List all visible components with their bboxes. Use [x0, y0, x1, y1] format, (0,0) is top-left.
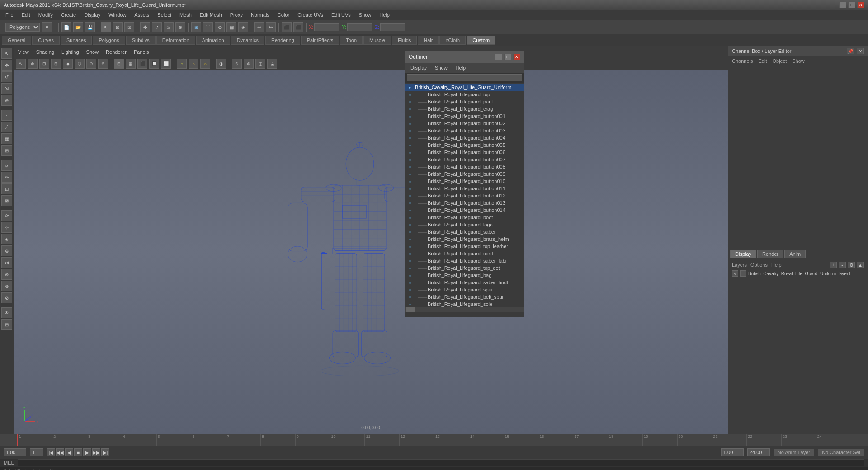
component-uvs-left[interactable]: ⊞ — [1, 145, 12, 156]
tab-animation[interactable]: Animation — [196, 36, 230, 45]
menu-show[interactable]: Show — [355, 11, 375, 19]
outliner-item-8[interactable]: ◈——British_Royal_Lifeguard_button005 — [405, 141, 524, 149]
skip-forward-button[interactable]: ▶| — [101, 448, 109, 456]
tool-left-7[interactable]: ⋈ — [1, 257, 12, 268]
outliner-item-6[interactable]: ◈——British_Royal_Lifeguard_button003 — [405, 127, 524, 134]
vp-xray-icon[interactable]: ◫ — [255, 59, 265, 69]
vp-solid-icon[interactable]: ⬛ — [137, 59, 147, 69]
anim-tab[interactable]: Anim — [784, 250, 806, 258]
menu-modify[interactable]: Modify — [35, 11, 57, 19]
tool-left-6[interactable]: ⊛ — [1, 245, 12, 256]
layer-options-label[interactable]: Options — [750, 262, 768, 268]
play-forward-button[interactable]: ▶ — [83, 448, 91, 456]
outliner-item-27[interactable]: ◈——British_Royal_Lifeguard_saber_hndl — [405, 279, 524, 286]
outliner-item-0[interactable]: ▸British_Cavalry_Royal_Life_Guard_Unifor… — [405, 84, 524, 91]
vp-icon-2[interactable]: ⊕ — [28, 59, 38, 69]
menu-edit[interactable]: Edit — [18, 11, 34, 19]
layer-new-icon[interactable]: + — [830, 262, 837, 268]
outliner-item-21[interactable]: ◈——British_Royal_Lifeguard_brass_helm — [405, 235, 524, 243]
menu-display[interactable]: Display — [80, 11, 104, 19]
component-edge-left[interactable]: ⁄ — [1, 122, 12, 132]
snap-surface-icon[interactable]: ▦ — [226, 22, 236, 32]
menu-color[interactable]: Color — [274, 11, 293, 19]
vp-isolate-icon[interactable]: ⊚ — [244, 59, 254, 69]
viewport-menu-show[interactable]: Show — [84, 48, 102, 56]
tab-hair[interactable]: Hair — [418, 36, 439, 45]
outliner-item-20[interactable]: ◈——British_Royal_Lifeguard_saber — [405, 228, 524, 235]
tool-left-5[interactable]: ◈ — [1, 234, 12, 244]
lasso-tool-icon[interactable]: ⊠ — [113, 22, 123, 32]
outliner-horizontal-scrollbar[interactable] — [405, 307, 524, 312]
vp-wireframe-icon[interactable]: ▦ — [126, 59, 136, 69]
vp-icon-4[interactable]: ⊞ — [51, 59, 61, 69]
tool5-left[interactable]: ⊕ — [1, 95, 12, 106]
vp-texture-icon[interactable]: 🔲 — [149, 59, 159, 69]
tab-general[interactable]: General — [2, 36, 31, 45]
scale-tool-left[interactable]: ⇲ — [1, 83, 12, 94]
show-hide-left[interactable]: 👁 — [1, 307, 12, 318]
outliner-item-13[interactable]: ◈——British_Royal_Lifeguard_button010 — [405, 178, 524, 185]
snap-curve-icon[interactable]: ⌒ — [203, 22, 213, 32]
snap-grid-icon[interactable]: ⊞ — [191, 22, 201, 32]
rotate-tool-icon[interactable]: ↺ — [152, 22, 162, 32]
outliner-item-9[interactable]: ◈——British_Royal_Lifeguard_button006 — [405, 149, 524, 156]
universal-manip-icon[interactable]: ⊕ — [175, 22, 185, 32]
layer-type[interactable] — [740, 270, 746, 277]
outliner-item-24[interactable]: ◈——British_Royal_Lifeguard_saber_fabr — [405, 257, 524, 264]
tool-left-1[interactable]: ⊡ — [1, 183, 12, 194]
layer-settings-icon[interactable]: ⚙ — [848, 262, 855, 268]
vp-grid-icon[interactable]: ⊟ — [114, 59, 124, 69]
maximize-button[interactable]: □ — [848, 2, 855, 8]
tab-polygons[interactable]: Polygons — [93, 36, 125, 45]
vp-icon-6[interactable]: ⬡ — [75, 59, 85, 69]
scale-tool-icon[interactable]: ⇲ — [164, 22, 174, 32]
channel-menu-channels[interactable]: Channels — [732, 58, 753, 64]
vp-light-icon[interactable]: ⬜ — [161, 59, 171, 69]
vp-all-lights[interactable]: ○ — [200, 59, 210, 69]
layer-move-icon[interactable]: ▲ — [857, 262, 864, 268]
menu-mesh[interactable]: Mesh — [176, 11, 195, 19]
viewport-menu-panels[interactable]: Panels — [131, 48, 152, 56]
menu-window[interactable]: Window — [105, 11, 130, 19]
layer-visibility[interactable]: V — [732, 270, 738, 277]
undo-icon[interactable]: ↩ — [254, 22, 264, 32]
z-input[interactable] — [380, 23, 405, 31]
channel-menu-edit[interactable]: Edit — [758, 58, 767, 64]
outliner-item-1[interactable]: ◈——British_Royal_Lifeguard_top — [405, 91, 524, 98]
tab-painteffects[interactable]: PaintEffects — [301, 36, 340, 45]
vp-icon-5[interactable]: ◆ — [63, 59, 73, 69]
viewport-menu-lighting[interactable]: Lighting — [59, 48, 82, 56]
menu-create-uvs[interactable]: Create UVs — [294, 11, 327, 19]
outliner-item-2[interactable]: ◈——British_Royal_Lifeguard_pant — [405, 98, 524, 105]
paint-left[interactable]: ✏ — [1, 172, 12, 183]
skip-back-button[interactable]: |◀ — [47, 448, 55, 456]
rotate-tool-left[interactable]: ↺ — [1, 71, 12, 82]
select-tool-left[interactable]: ↖ — [1, 48, 12, 59]
outliner-maximize[interactable]: □ — [504, 54, 511, 60]
layer-help-label[interactable]: Help — [771, 262, 782, 268]
tool-left-9[interactable]: ⊚ — [1, 281, 12, 291]
tab-custom[interactable]: Custom — [467, 36, 495, 45]
menu-create[interactable]: Create — [57, 11, 80, 19]
tool-left-8[interactable]: ⊗ — [1, 269, 12, 280]
snap-point-icon[interactable]: ⊙ — [215, 22, 225, 32]
hscroll-thumb[interactable] — [406, 307, 415, 312]
channel-menu-show[interactable]: Show — [792, 58, 805, 64]
redo-icon[interactable]: ↪ — [266, 22, 276, 32]
mel-input[interactable] — [18, 459, 864, 466]
tab-surfaces[interactable]: Surfaces — [61, 36, 92, 45]
tool-left-2[interactable]: ⊠ — [1, 195, 12, 206]
vp-shadow-icon[interactable]: ◑ — [216, 59, 226, 69]
snap-live-icon[interactable]: ◈ — [238, 22, 248, 32]
component-vertex-left[interactable]: · — [1, 110, 12, 121]
start-frame-input[interactable] — [4, 448, 26, 456]
mode-dropdown[interactable]: Polygons — [5, 23, 40, 32]
outliner-item-4[interactable]: ◈——British_Royal_Lifeguard_button001 — [405, 113, 524, 120]
open-scene-icon[interactable]: 📂 — [73, 22, 83, 32]
viewport-canvas[interactable]: X Y Z 0.00,0.00 — [14, 70, 728, 434]
outliner-item-25[interactable]: ◈——British_Royal_Lifeguard_top_det — [405, 264, 524, 272]
menu-file[interactable]: File — [2, 11, 17, 19]
tool-left-4[interactable]: ⊹ — [1, 222, 12, 233]
outliner-menu-show[interactable]: Show — [431, 64, 451, 71]
tool-left-11[interactable]: ⊟ — [1, 319, 12, 330]
